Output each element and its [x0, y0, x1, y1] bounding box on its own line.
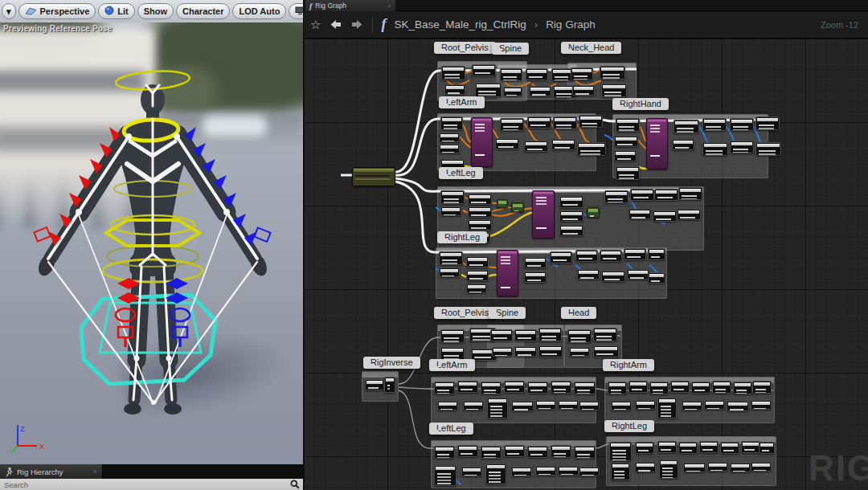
graph-node[interactable] [466, 284, 487, 293]
graph-node[interactable] [654, 189, 678, 201]
close-icon[interactable]: × [387, 2, 391, 10]
graph-node[interactable] [635, 462, 656, 472]
search-input[interactable]: Search [4, 480, 290, 489]
graph-node[interactable] [614, 136, 638, 147]
graph-node[interactable] [720, 442, 739, 454]
graph-node[interactable] [601, 271, 625, 282]
forward-arrow-icon[interactable] [350, 19, 364, 30]
group-label-RightLeg[interactable]: RightLeg [437, 231, 487, 243]
group-label-RightArm[interactable]: RightArm [603, 359, 654, 371]
graph-node[interactable] [628, 381, 648, 393]
tab-rig-graph[interactable]: f Rig Graph × [305, 0, 395, 11]
tab-rig-hierarchy[interactable]: Rig Hierarchy × [0, 464, 103, 479]
graph-node[interactable] [733, 382, 752, 394]
graph-node[interactable] [559, 225, 583, 236]
graph-node[interactable] [440, 190, 465, 204]
close-icon[interactable]: × [93, 468, 97, 476]
group-label-LeftLeg[interactable]: LeftLeg [429, 423, 473, 435]
graph-node[interactable] [611, 463, 630, 480]
left-hand-control[interactable] [34, 227, 50, 241]
graph-node[interactable] [579, 467, 600, 476]
graph-node[interactable] [551, 445, 571, 458]
graph-node[interactable] [609, 442, 632, 461]
lod-auto-button[interactable]: LOD Auto [232, 3, 286, 19]
graph-node[interactable] [468, 194, 492, 205]
graph-node[interactable] [538, 328, 562, 341]
forwards-solve-event-node[interactable] [352, 167, 395, 186]
breadcrumb-rig-name[interactable]: SK_Base_Male_rig_CtrlRig [394, 18, 526, 31]
graph-node[interactable] [444, 84, 465, 95]
graph-node[interactable] [437, 401, 458, 410]
graph-node[interactable] [600, 250, 622, 262]
group-label-RightLeg[interactable]: RightLeg [604, 420, 654, 432]
graph-node[interactable] [575, 250, 598, 262]
graph-node[interactable] [535, 466, 556, 476]
graph-node[interactable] [682, 401, 702, 410]
graph-node-purple[interactable] [646, 118, 668, 169]
graph-node[interactable] [461, 467, 482, 476]
group-label-RightHand[interactable]: RightHand [612, 98, 669, 110]
graph-node[interactable] [755, 142, 781, 156]
graph-node[interactable] [702, 142, 728, 156]
graph-node[interactable] [481, 446, 502, 459]
hierarchy-search-bar[interactable]: Search [0, 479, 304, 490]
graph-node[interactable] [707, 462, 728, 472]
graph-node-purple[interactable] [471, 117, 493, 167]
graph-node[interactable] [751, 462, 772, 472]
graph-node[interactable] [624, 248, 646, 260]
graph-node[interactable] [504, 381, 525, 393]
graph-node[interactable] [558, 400, 579, 410]
graph-node[interactable] [441, 66, 465, 80]
graph-node[interactable] [677, 209, 701, 220]
graph-node[interactable] [558, 466, 579, 476]
graph-node[interactable] [440, 116, 463, 130]
graph-node[interactable] [579, 115, 603, 128]
graph-node[interactable] [727, 401, 749, 411]
graph-node[interactable] [457, 381, 478, 393]
graph-node[interactable] [514, 346, 537, 357]
right-arm-fk-controls[interactable] [185, 127, 257, 246]
graph-node[interactable] [567, 329, 592, 343]
graph-node[interactable] [574, 382, 596, 394]
graph-node[interactable] [635, 400, 656, 410]
graph-node[interactable] [574, 446, 596, 459]
graph-node[interactable] [657, 441, 677, 453]
graph-node-green[interactable] [587, 207, 600, 218]
graph-node[interactable] [551, 139, 575, 150]
graph-node[interactable] [500, 118, 524, 131]
graph-node[interactable] [550, 251, 572, 263]
graph-node[interactable] [635, 442, 654, 454]
graph-node[interactable] [741, 441, 760, 453]
graph-node[interactable] [577, 269, 600, 280]
graph-node[interactable] [601, 84, 627, 97]
graph-node-purple[interactable] [497, 250, 518, 296]
graph-node[interactable] [504, 445, 525, 457]
graph-node[interactable] [600, 66, 625, 80]
graph-node[interactable] [440, 329, 465, 343]
graph-node[interactable] [492, 347, 513, 357]
graph-node-green[interactable] [511, 202, 524, 212]
group-label-Head[interactable]: Head [561, 307, 596, 319]
graph-node[interactable] [529, 86, 551, 96]
screen-percentage-button[interactable]: x1.0 [289, 3, 304, 19]
graph-node[interactable] [630, 189, 654, 201]
graph-node[interactable] [653, 210, 677, 222]
graph-node[interactable] [699, 441, 719, 453]
graph-node[interactable] [384, 377, 395, 393]
graph-node[interactable] [593, 345, 619, 357]
graph-node[interactable] [527, 382, 548, 394]
graph-node[interactable] [365, 379, 384, 390]
group-label-LeftArm[interactable]: LeftArm [439, 96, 485, 108]
graph-node[interactable] [672, 139, 694, 150]
graph-node[interactable] [674, 120, 699, 133]
back-arrow-icon[interactable] [329, 19, 342, 30]
graph-node[interactable] [571, 67, 593, 80]
graph-node[interactable] [527, 446, 548, 458]
graph-node[interactable] [670, 381, 690, 393]
graph-node[interactable] [616, 118, 640, 132]
graph-node[interactable] [648, 272, 665, 284]
graph-node[interactable] [524, 257, 547, 268]
graph-node[interactable] [659, 459, 678, 479]
graph-node[interactable] [440, 206, 461, 216]
group-label-Root_Pelvis[interactable]: Root_Pelvis [434, 42, 496, 54]
